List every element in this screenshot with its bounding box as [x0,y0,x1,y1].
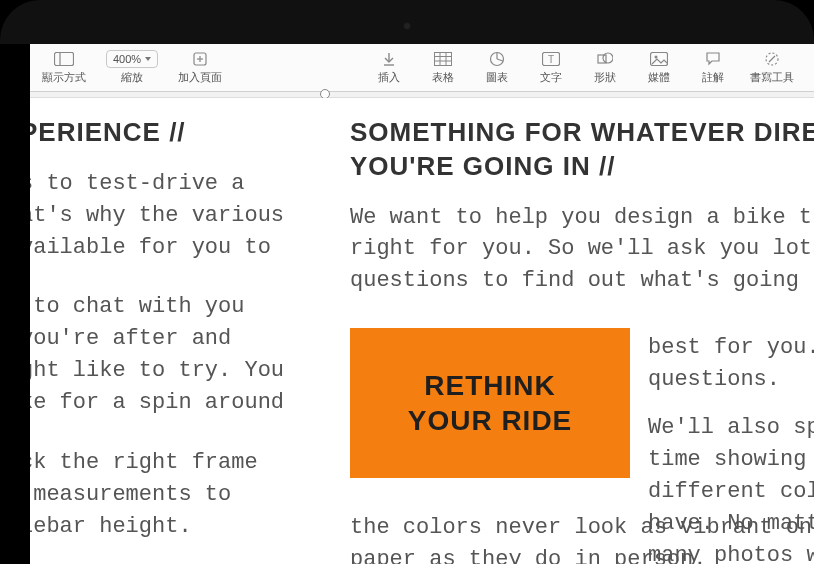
svg-rect-0 [55,53,74,66]
zoom-value-box: 400% [106,50,158,68]
comment-button[interactable]: 註解 [692,48,734,87]
right-paragraph-1[interactable]: We want to help you design a bike tha ri… [350,202,814,298]
text-button[interactable]: T 文字 [530,48,572,87]
right-heading[interactable]: SOMETHING FOR WHATEVER DIREC YOU'RE GOIN… [350,116,814,184]
callout-text: RETHINK YOUR RIDE [408,368,573,438]
text-label: 文字 [540,70,562,85]
left-column: PERIENCE // s to test-drive a at's why t… [30,116,330,543]
comment-label: 註解 [702,70,724,85]
toolbar-right: 插入 表格 圖表 T [368,48,806,87]
add-page-icon [178,50,222,68]
callout-line2: YOUR RIDE [408,405,573,436]
left-paragraph-1[interactable]: s to test-drive a at's why the various v… [30,168,330,264]
draw-button[interactable]: 書寫工具 [746,48,798,87]
device-frame: 顯示方式 400% 縮放 加入頁面 [0,0,814,564]
toolbar: 顯示方式 400% 縮放 加入頁面 [30,44,814,92]
insert-icon [372,50,406,68]
callout-line1: RETHINK [424,370,555,401]
zoom-value: 400% [113,53,141,65]
svg-text:T: T [548,54,554,65]
chart-button[interactable]: 圖表 [476,48,518,87]
svg-point-16 [603,53,613,63]
media-icon [642,50,676,68]
add-page-label: 加入頁面 [178,70,222,85]
zoom-label: 縮放 [121,70,143,85]
comment-icon [696,50,730,68]
right-side-text-1[interactable]: best for you. questions. [648,332,814,396]
shape-label: 形狀 [594,70,616,85]
chart-label: 圖表 [486,70,508,85]
table-icon [426,50,460,68]
view-label: 顯示方式 [42,70,86,85]
sidebar-icon [42,50,86,68]
svg-rect-7 [435,53,452,66]
right-paragraph-2[interactable]: the colors never look as vibrant on s pa… [350,512,814,564]
camera-icon [403,22,411,30]
insert-button[interactable]: 插入 [368,48,410,87]
draw-label: 書寫工具 [750,70,794,85]
device-bezel [0,0,814,44]
shape-icon [588,50,622,68]
chart-icon [480,50,514,68]
add-page-button[interactable]: 加入頁面 [174,48,226,87]
table-button[interactable]: 表格 [422,48,464,87]
left-heading[interactable]: PERIENCE // [30,116,330,150]
draw-icon [750,50,794,68]
insert-label: 插入 [378,70,400,85]
document-canvas[interactable]: PERIENCE // s to test-drive a at's why t… [30,98,814,564]
app-window: 顯示方式 400% 縮放 加入頁面 [30,44,814,564]
table-label: 表格 [432,70,454,85]
zoom-button[interactable]: 400% 縮放 [102,48,162,87]
chevron-down-icon [145,57,151,61]
left-paragraph-3[interactable]: ck the right frame measurements to lebar… [30,447,330,543]
text-icon: T [534,50,568,68]
toolbar-left: 顯示方式 400% 縮放 加入頁面 [38,48,226,87]
view-mode-button[interactable]: 顯示方式 [38,48,90,87]
media-button[interactable]: 媒體 [638,48,680,87]
media-label: 媒體 [648,70,670,85]
left-paragraph-2[interactable]: to chat with you you're after and ght li… [30,291,330,419]
svg-point-18 [655,56,658,59]
shape-button[interactable]: 形狀 [584,48,626,87]
callout-box[interactable]: RETHINK YOUR RIDE [350,328,630,478]
right-column: SOMETHING FOR WHATEVER DIREC YOU'RE GOIN… [350,116,814,297]
